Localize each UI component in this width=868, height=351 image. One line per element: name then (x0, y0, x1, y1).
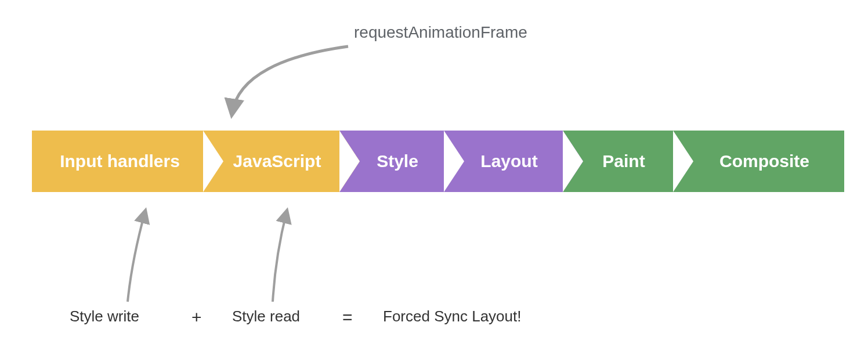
annotation-raf: requestAnimationFrame (354, 23, 527, 42)
plus-symbol: + (191, 307, 202, 327)
annotation-forced-sync-layout: Forced Sync Layout! (383, 307, 521, 325)
annotation-style-read: Style read (232, 307, 300, 325)
arrow-raf-icon (232, 46, 348, 113)
render-pipeline: Input handlers JavaScript Style Layout P… (32, 131, 844, 192)
stage-label: Composite (719, 151, 809, 171)
stage-composite: Composite (673, 131, 844, 192)
stage-input-handlers: Input handlers (32, 131, 203, 192)
stage-layout: Layout (444, 131, 563, 192)
pipeline-diagram: requestAnimationFrame Input handlers Jav… (0, 0, 868, 351)
arrow-style-write-icon (128, 212, 145, 302)
stage-label: Paint (602, 151, 645, 171)
stage-label: Input handlers (60, 151, 180, 171)
stage-label: JavaScript (233, 151, 321, 171)
annotation-style-write: Style write (70, 307, 139, 325)
equals-symbol: = (342, 307, 353, 327)
stage-label: Style (377, 151, 418, 171)
stage-label: Layout (480, 151, 537, 171)
stage-javascript: JavaScript (203, 131, 339, 192)
arrow-style-read-icon (273, 212, 287, 302)
stage-paint: Paint (563, 131, 673, 192)
stage-style: Style (339, 131, 444, 192)
